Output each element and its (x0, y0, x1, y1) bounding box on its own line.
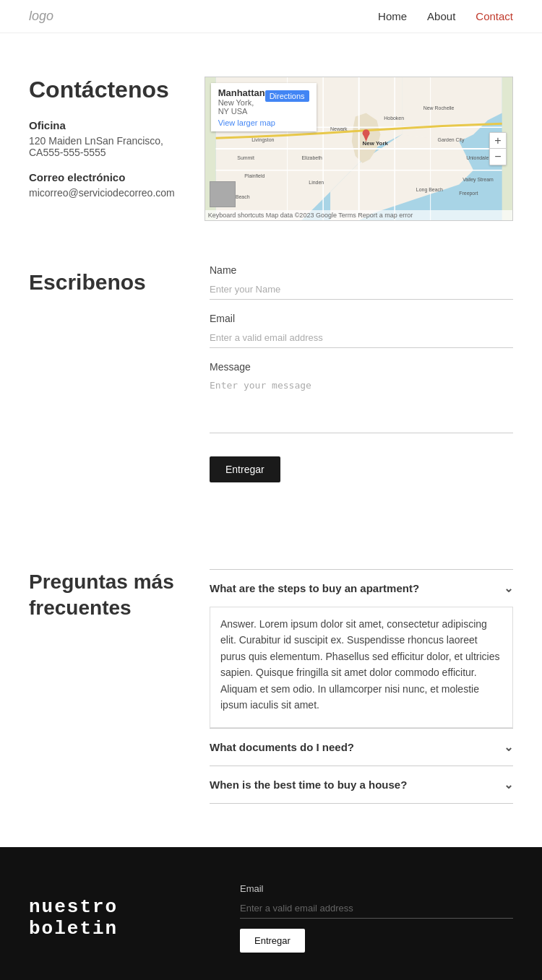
faq-chevron-2: ⌄ (504, 778, 513, 792)
svg-text:Garden City: Garden City (437, 137, 464, 143)
faq-question-text-0: What are the steps to buy an apartment? (210, 582, 419, 594)
map-larger-link[interactable]: View larger map (218, 118, 309, 127)
faq-list: What are the steps to buy an apartment? … (210, 569, 513, 804)
nav-contact[interactable]: Contact (476, 10, 513, 22)
svg-text:New Rochelle: New Rochelle (423, 105, 454, 110)
svg-text:Freeport: Freeport (459, 191, 478, 196)
svg-text:Valley Stream: Valley Stream (463, 177, 494, 183)
email-input[interactable] (210, 327, 513, 348)
map-directions-btn[interactable]: Directions (265, 90, 309, 102)
nav-links: Home About Contact (378, 10, 513, 22)
faq-question-1[interactable]: What documents do I need? ⌄ (210, 729, 513, 766)
faq-answer-0: Answer. Lorem ipsum dolor sit amet, cons… (210, 607, 513, 728)
email-label: Correo electrónico (29, 171, 183, 183)
map-info-card: Manhattan Directions New York, NY USA Vi… (211, 83, 317, 131)
svg-text:Long Beach: Long Beach (416, 187, 443, 193)
newsletter-email-label: Email (240, 883, 513, 894)
faq-chevron-0: ⌄ (504, 581, 513, 595)
name-label: Name (210, 264, 513, 276)
svg-text:Uniondale: Uniondale (466, 155, 489, 160)
map-location-name: Manhattan (218, 87, 265, 98)
svg-text:Elizabeth: Elizabeth (301, 155, 322, 160)
svg-text:Plainfield: Plainfield (244, 173, 264, 178)
name-field-group: Name (210, 264, 513, 300)
nav-home[interactable]: Home (378, 10, 407, 22)
map-footer: Keyboard shortcuts Map data ©2023 Google… (205, 210, 512, 220)
map-container: New York Newark Hoboken New Rochelle Gar… (205, 77, 513, 221)
map-zoom-in[interactable]: + (490, 133, 506, 149)
newsletter-section: nuestro boletin Email Entregar (0, 847, 542, 980)
form-section: Escribenos Name Email Message Entregar (0, 250, 542, 526)
form-area: Name Email Message Entregar (210, 264, 513, 482)
map-thumbnail (210, 181, 236, 207)
office-label: Oficina (29, 119, 183, 131)
message-label: Message (210, 361, 513, 373)
form-title: Escribenos (29, 264, 181, 295)
message-input[interactable] (210, 376, 513, 433)
email-value: micorreo@serviciodecorreo.com (29, 187, 183, 199)
name-input[interactable] (210, 279, 513, 300)
nav-about[interactable]: About (427, 10, 455, 22)
contact-info: Contáctenos Oficina 120 Maiden LnSan Fra… (29, 77, 183, 212)
svg-text:New York: New York (362, 140, 388, 147)
newsletter-email-input[interactable] (240, 898, 513, 919)
map-footer-text: Keyboard shortcuts Map data ©2023 Google… (208, 212, 413, 219)
svg-text:Linden: Linden (309, 181, 324, 186)
newsletter-submit-button[interactable]: Entregar (240, 929, 305, 953)
svg-text:Hoboken: Hoboken (384, 116, 404, 121)
faq-chevron-1: ⌄ (504, 740, 513, 754)
faq-item-0: What are the steps to buy an apartment? … (210, 569, 513, 728)
faq-section: Preguntas más frecuentes What are the st… (0, 526, 542, 847)
navbar: logo Home About Contact (0, 0, 542, 33)
map-zoom-controls: + − (489, 132, 507, 165)
logo: logo (29, 9, 53, 24)
faq-item-2: When is the best time to buy a house? ⌄ (210, 766, 513, 804)
map-zoom-out[interactable]: − (490, 149, 506, 165)
svg-text:Summit: Summit (237, 155, 254, 160)
contact-title: Contáctenos (29, 77, 183, 103)
svg-text:Newark: Newark (330, 126, 348, 131)
email-field-group: Email (210, 313, 513, 348)
faq-question-text-2: When is the best time to buy a house? (210, 779, 407, 791)
submit-button[interactable]: Entregar (210, 456, 280, 482)
office-value: 120 Maiden LnSan Francisco, CA555-555-55… (29, 135, 183, 158)
message-field-group: Message (210, 361, 513, 436)
faq-item-1: What documents do I need? ⌄ (210, 728, 513, 766)
faq-question-0[interactable]: What are the steps to buy an apartment? … (210, 570, 513, 607)
faq-question-2[interactable]: When is the best time to buy a house? ⌄ (210, 766, 513, 803)
newsletter-form: Email Entregar (240, 883, 513, 953)
contact-section: Contáctenos Oficina 120 Maiden LnSan Fra… (0, 33, 542, 250)
svg-text:Livingston: Livingston (251, 137, 274, 143)
faq-title: Preguntas más frecuentes (29, 569, 181, 622)
faq-question-text-1: What documents do I need? (210, 741, 354, 753)
email-label-form: Email (210, 313, 513, 324)
newsletter-title: nuestro boletin (29, 896, 211, 940)
